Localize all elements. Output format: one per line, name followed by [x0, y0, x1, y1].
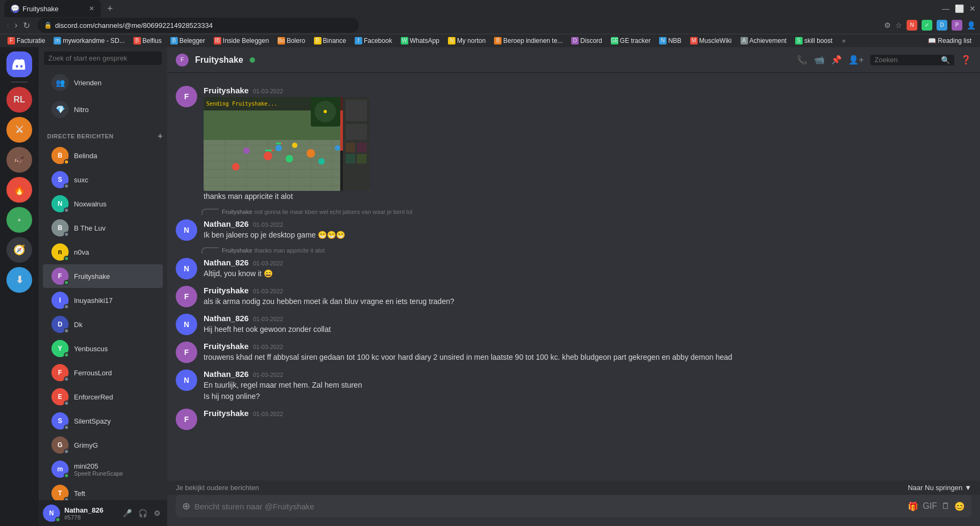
- reload-button[interactable]: ↻: [21, 18, 32, 33]
- sticker-button[interactable]: 🗒: [941, 501, 950, 511]
- friends-label: Vrienden: [74, 79, 102, 87]
- bookmark-binance[interactable]: B Binance: [311, 36, 349, 46]
- dm-username: Inuyashiki17: [74, 297, 113, 305]
- tab-title: Fruityshake: [23, 5, 58, 13]
- bookmark-facturatie[interactable]: F Facturatie: [4, 36, 48, 46]
- add-member-button[interactable]: 👤+: [848, 55, 864, 65]
- server-icon-rl[interactable]: RL: [6, 87, 32, 113]
- bookmark-musclewiki[interactable]: M MuscleWiki: [687, 36, 735, 46]
- deafen-button[interactable]: 🎧: [136, 507, 149, 520]
- dm-username: SilentSpazy: [74, 417, 111, 425]
- older-messages-text: Je bekijkt oudere berichten: [176, 484, 259, 492]
- jump-to-now-button[interactable]: Naar Nu springen ▼: [908, 484, 971, 492]
- gif-button[interactable]: GIF: [923, 501, 937, 511]
- pin-button[interactable]: 📌: [831, 55, 842, 65]
- bookmark-bolero[interactable]: Bo Bolero: [274, 36, 309, 46]
- forward-button[interactable]: ›: [12, 18, 19, 32]
- back-button[interactable]: ‹: [4, 18, 11, 32]
- new-tab-button[interactable]: +: [103, 3, 117, 14]
- bookmark-inside-beleggen[interactable]: IB Inside Beleggen: [211, 36, 272, 46]
- bookmark-ge-tracker[interactable]: GE GE tracker: [608, 36, 654, 46]
- message-username: Fruityshake: [204, 86, 249, 95]
- dm-item-noxwalrus[interactable]: N Noxwalrus: [43, 192, 163, 216]
- dm-item-n0va[interactable]: n n0va: [43, 240, 163, 264]
- bookmark-star-icon[interactable]: ☆: [895, 21, 902, 29]
- dm-item-teft[interactable]: T Teft: [43, 481, 163, 500]
- extensions-button[interactable]: ⚙: [884, 21, 891, 29]
- help-button[interactable]: ❓: [961, 55, 971, 65]
- chat-header-title: Fruityshake: [195, 55, 243, 65]
- active-tab[interactable]: 💬 Fruityshake ✕: [4, 0, 101, 17]
- profile-button[interactable]: 👤: [967, 21, 976, 29]
- dm-item-ferrouslord[interactable]: F FerrousLord: [43, 361, 163, 384]
- message-avatar: F: [176, 342, 197, 363]
- message-avatar: F: [176, 86, 197, 107]
- reading-list-btn[interactable]: 📖 Reading list: [924, 37, 976, 45]
- settings-button[interactable]: ⚙: [152, 507, 163, 520]
- add-attachment-button[interactable]: ⊕: [182, 495, 190, 517]
- server-icon-1[interactable]: ⚔: [6, 117, 32, 143]
- dm-item-belinda[interactable]: B Belinda: [43, 144, 163, 167]
- dm-item-silentspazy[interactable]: S SilentSpazy: [43, 409, 163, 433]
- close-button[interactable]: ✕: [969, 4, 976, 13]
- address-bar[interactable]: 🔒 discord.com/channels/@me/8069922149285…: [38, 18, 359, 33]
- bookmark-belfius[interactable]: B Belfius: [130, 36, 165, 46]
- bookmark-belegger[interactable]: B Belegger: [167, 36, 208, 46]
- friends-nav-item[interactable]: 👥 Vrienden: [43, 70, 163, 95]
- bookmark-norton[interactable]: N My norton: [445, 36, 489, 46]
- dm-item-btheluv[interactable]: B B The Luv: [43, 216, 163, 240]
- server-icon-2[interactable]: 🐗: [6, 147, 32, 173]
- server-icon-add[interactable]: +: [6, 207, 32, 233]
- bookmark-whatsapp[interactable]: W WhatsApp: [398, 36, 443, 46]
- dm-item-enforcerred[interactable]: E EnforcerRed: [43, 385, 163, 409]
- bookmark-discord[interactable]: D Discord: [568, 36, 605, 46]
- friends-icon: 👥: [51, 74, 69, 91]
- dm-item-mini205[interactable]: m mini205 Speelt RuneScape: [43, 457, 163, 481]
- nitro-nav-item[interactable]: 💎 Nitro: [43, 97, 163, 122]
- message-timestamp: 01-03-2022: [253, 288, 283, 294]
- mute-button[interactable]: 🎤: [121, 507, 134, 520]
- user-tag: #5778: [64, 514, 116, 521]
- bookmark-beroep[interactable]: B Beroep indienen te...: [491, 36, 566, 46]
- search-input[interactable]: [44, 51, 162, 65]
- dm-item-yenbuscus[interactable]: Y Yenbuscus: [43, 337, 163, 360]
- dm-item-suxc[interactable]: S suxc: [43, 168, 163, 191]
- message-header: Nathan_826 01-03-2022: [204, 219, 971, 228]
- server-icon-3[interactable]: 🔥: [6, 177, 32, 203]
- more-bookmarks-btn[interactable]: »: [838, 37, 850, 45]
- message-timestamp: 01-03-2022: [253, 88, 283, 94]
- bookmark-myworkandme[interactable]: m myworkandme - SD...: [50, 36, 128, 46]
- emoji-button[interactable]: 😊: [954, 501, 965, 512]
- server-rail: RL ⚔ 🐗 🔥 + 🧭 ⬇: [0, 47, 39, 526]
- tab-close-btn[interactable]: ✕: [89, 5, 94, 12]
- server-icon-compass[interactable]: 🧭: [6, 237, 32, 263]
- dm-item-inuyashiki[interactable]: I Inuyashiki17: [43, 288, 163, 312]
- bookmark-favicon: m: [54, 37, 61, 45]
- dm-item-dk[interactable]: D Dk: [43, 313, 163, 336]
- bookmark-achievement[interactable]: A Achievement: [737, 36, 790, 46]
- message-content: Nathan_826 01-03-2022 Ik ben jaloers op …: [204, 219, 971, 241]
- bookmark-facebook[interactable]: f Facebook: [351, 36, 395, 46]
- gift-button[interactable]: 🎁: [908, 501, 918, 512]
- message-input[interactable]: [194, 495, 903, 517]
- maximize-button[interactable]: ⬜: [955, 4, 964, 13]
- older-messages-banner[interactable]: Je bekijkt oudere berichten Naar Nu spri…: [167, 480, 980, 495]
- chat-header: F Fruityshake 📞 📹 📌 👤+ 🔍 ❓: [167, 47, 980, 73]
- reply-context-text: not gonna lie maar kben wel echt jaloers…: [255, 209, 413, 215]
- dm-item-grimyg[interactable]: G GrimyG: [43, 433, 163, 457]
- dm-username: FerrousLord: [74, 369, 112, 377]
- discord-home-icon[interactable]: [6, 51, 32, 77]
- dm-add-button[interactable]: +: [158, 131, 163, 141]
- bookmark-nbb[interactable]: N NBB: [656, 36, 685, 46]
- dm-item-fruityshake[interactable]: F Fruityshake: [43, 264, 163, 288]
- bookmark-skillboost[interactable]: S skill boost: [792, 36, 836, 46]
- server-icon-download[interactable]: ⬇: [6, 267, 32, 293]
- video-button[interactable]: 📹: [814, 55, 825, 65]
- ext-icon-3: P: [952, 20, 962, 31]
- call-button[interactable]: 📞: [797, 55, 807, 65]
- message-group-5: N Nathan_826 01-03-2022 Hij heeft het oo…: [176, 314, 971, 335]
- chat-header-avatar: F: [176, 54, 189, 66]
- minimize-button[interactable]: —: [942, 4, 949, 13]
- chat-search-input[interactable]: [874, 56, 939, 64]
- message-header: Nathan_826 01-03-2022: [204, 258, 971, 267]
